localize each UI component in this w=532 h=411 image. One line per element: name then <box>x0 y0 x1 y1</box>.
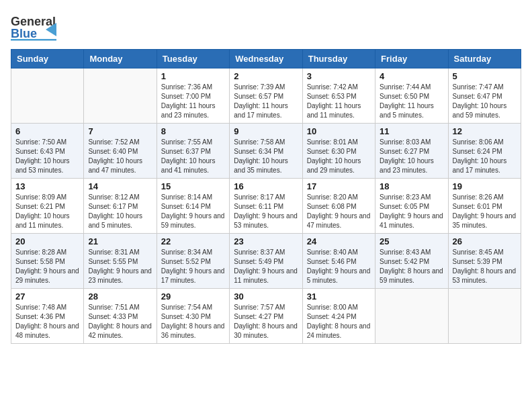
calendar-week-row: 1Sunrise: 7:36 AM Sunset: 7:00 PM Daylig… <box>11 68 521 124</box>
svg-rect-3 <box>11 39 56 41</box>
day-info: Sunrise: 8:01 AM Sunset: 6:30 PM Dayligh… <box>307 138 371 175</box>
calendar-day-cell: 31Sunrise: 8:00 AM Sunset: 4:24 PM Dayli… <box>302 289 375 344</box>
calendar-day-cell: 26Sunrise: 8:45 AM Sunset: 5:39 PM Dayli… <box>448 234 521 289</box>
calendar-day-cell: 8Sunrise: 7:55 AM Sunset: 6:37 PM Daylig… <box>157 124 229 179</box>
day-number: 5 <box>453 71 517 81</box>
day-info: Sunrise: 8:06 AM Sunset: 6:24 PM Dayligh… <box>453 138 517 175</box>
day-info: Sunrise: 7:36 AM Sunset: 7:00 PM Dayligh… <box>161 83 225 120</box>
day-number: 25 <box>380 236 443 246</box>
calendar-day-cell <box>448 289 521 344</box>
day-number: 19 <box>453 181 517 191</box>
calendar-week-row: 20Sunrise: 8:28 AM Sunset: 5:58 PM Dayli… <box>11 234 521 289</box>
day-number: 16 <box>234 181 298 191</box>
day-number: 24 <box>307 236 371 246</box>
day-info: Sunrise: 8:28 AM Sunset: 5:58 PM Dayligh… <box>15 248 79 285</box>
day-info: Sunrise: 8:34 AM Sunset: 5:52 PM Dayligh… <box>161 248 225 285</box>
day-number: 10 <box>307 126 371 136</box>
calendar-header-row: SundayMondayTuesdayWednesdayThursdayFrid… <box>11 50 521 68</box>
day-info: Sunrise: 8:31 AM Sunset: 5:55 PM Dayligh… <box>88 248 152 285</box>
day-info: Sunrise: 8:03 AM Sunset: 6:27 PM Dayligh… <box>380 138 443 175</box>
calendar-day-cell <box>84 68 157 124</box>
calendar-day-cell: 6Sunrise: 7:50 AM Sunset: 6:43 PM Daylig… <box>11 124 84 179</box>
day-info: Sunrise: 8:43 AM Sunset: 5:42 PM Dayligh… <box>380 248 443 285</box>
day-number: 28 <box>88 291 152 302</box>
calendar-day-cell: 1Sunrise: 7:36 AM Sunset: 7:00 PM Daylig… <box>157 68 229 124</box>
day-info: Sunrise: 7:48 AM Sunset: 4:36 PM Dayligh… <box>15 303 79 340</box>
day-info: Sunrise: 8:17 AM Sunset: 6:11 PM Dayligh… <box>234 193 298 230</box>
day-info: Sunrise: 7:50 AM Sunset: 6:43 PM Dayligh… <box>15 138 79 175</box>
day-info: Sunrise: 8:37 AM Sunset: 5:49 PM Dayligh… <box>234 248 298 285</box>
day-number: 13 <box>15 181 79 191</box>
weekday-header-sunday: Sunday <box>11 50 84 68</box>
calendar-day-cell: 22Sunrise: 8:34 AM Sunset: 5:52 PM Dayli… <box>157 234 229 289</box>
calendar-day-cell: 23Sunrise: 8:37 AM Sunset: 5:49 PM Dayli… <box>230 234 302 289</box>
day-number: 20 <box>15 236 79 246</box>
day-number: 3 <box>307 71 371 81</box>
weekday-header-monday: Monday <box>84 50 157 68</box>
day-info: Sunrise: 7:47 AM Sunset: 6:47 PM Dayligh… <box>453 83 517 120</box>
day-info: Sunrise: 7:58 AM Sunset: 6:34 PM Dayligh… <box>234 138 298 175</box>
day-info: Sunrise: 8:12 AM Sunset: 6:17 PM Dayligh… <box>88 193 152 230</box>
weekday-header-wednesday: Wednesday <box>230 50 302 68</box>
calendar-day-cell: 27Sunrise: 7:48 AM Sunset: 4:36 PM Dayli… <box>11 289 84 344</box>
calendar-day-cell: 10Sunrise: 8:01 AM Sunset: 6:30 PM Dayli… <box>302 124 375 179</box>
calendar-day-cell: 9Sunrise: 7:58 AM Sunset: 6:34 PM Daylig… <box>230 124 302 179</box>
calendar-day-cell: 16Sunrise: 8:17 AM Sunset: 6:11 PM Dayli… <box>230 179 302 234</box>
day-number: 8 <box>161 126 225 136</box>
calendar-day-cell: 24Sunrise: 8:40 AM Sunset: 5:46 PM Dayli… <box>302 234 375 289</box>
calendar-day-cell <box>375 289 448 344</box>
day-info: Sunrise: 8:26 AM Sunset: 6:01 PM Dayligh… <box>453 193 517 230</box>
day-number: 30 <box>234 291 298 302</box>
day-number: 31 <box>307 291 371 302</box>
calendar-day-cell: 7Sunrise: 7:52 AM Sunset: 6:40 PM Daylig… <box>84 124 157 179</box>
day-number: 14 <box>88 181 152 191</box>
day-number: 21 <box>88 236 152 246</box>
page-header: General Blue <box>11 11 521 41</box>
day-number: 1 <box>161 71 225 81</box>
weekday-header-tuesday: Tuesday <box>157 50 229 68</box>
day-info: Sunrise: 7:39 AM Sunset: 6:57 PM Dayligh… <box>234 83 298 120</box>
day-info: Sunrise: 7:52 AM Sunset: 6:40 PM Dayligh… <box>88 138 152 175</box>
calendar-week-row: 27Sunrise: 7:48 AM Sunset: 4:36 PM Dayli… <box>11 289 521 344</box>
day-info: Sunrise: 8:40 AM Sunset: 5:46 PM Dayligh… <box>307 248 371 285</box>
calendar-week-row: 13Sunrise: 8:09 AM Sunset: 6:21 PM Dayli… <box>11 179 521 234</box>
day-number: 26 <box>453 236 517 246</box>
calendar-day-cell: 29Sunrise: 7:54 AM Sunset: 4:30 PM Dayli… <box>157 289 229 344</box>
calendar-day-cell: 21Sunrise: 8:31 AM Sunset: 5:55 PM Dayli… <box>84 234 157 289</box>
day-info: Sunrise: 7:42 AM Sunset: 6:53 PM Dayligh… <box>307 83 371 120</box>
day-info: Sunrise: 7:51 AM Sunset: 4:33 PM Dayligh… <box>88 303 152 340</box>
day-number: 22 <box>161 236 225 246</box>
calendar-day-cell: 18Sunrise: 8:23 AM Sunset: 6:05 PM Dayli… <box>375 179 448 234</box>
logo: General Blue <box>11 11 58 41</box>
day-number: 2 <box>234 71 298 81</box>
day-info: Sunrise: 7:57 AM Sunset: 4:27 PM Dayligh… <box>234 303 298 340</box>
calendar-day-cell: 30Sunrise: 7:57 AM Sunset: 4:27 PM Dayli… <box>230 289 302 344</box>
calendar-day-cell: 13Sunrise: 8:09 AM Sunset: 6:21 PM Dayli… <box>11 179 84 234</box>
day-number: 12 <box>453 126 517 136</box>
day-number: 7 <box>88 126 152 136</box>
day-info: Sunrise: 7:44 AM Sunset: 6:50 PM Dayligh… <box>380 83 443 120</box>
weekday-header-thursday: Thursday <box>302 50 375 68</box>
calendar-day-cell: 4Sunrise: 7:44 AM Sunset: 6:50 PM Daylig… <box>375 68 448 124</box>
day-info: Sunrise: 8:23 AM Sunset: 6:05 PM Dayligh… <box>380 193 443 230</box>
day-number: 6 <box>15 126 79 136</box>
calendar-table: SundayMondayTuesdayWednesdayThursdayFrid… <box>11 49 521 344</box>
calendar-day-cell: 28Sunrise: 7:51 AM Sunset: 4:33 PM Dayli… <box>84 289 157 344</box>
day-info: Sunrise: 8:45 AM Sunset: 5:39 PM Dayligh… <box>453 248 517 285</box>
day-number: 4 <box>380 71 443 81</box>
day-number: 29 <box>161 291 225 302</box>
day-info: Sunrise: 7:54 AM Sunset: 4:30 PM Dayligh… <box>161 303 225 340</box>
day-number: 15 <box>161 181 225 191</box>
svg-text:General: General <box>11 15 56 28</box>
calendar-day-cell: 14Sunrise: 8:12 AM Sunset: 6:17 PM Dayli… <box>84 179 157 234</box>
weekday-header-saturday: Saturday <box>448 50 521 68</box>
day-number: 17 <box>307 181 371 191</box>
weekday-header-friday: Friday <box>375 50 448 68</box>
day-info: Sunrise: 7:55 AM Sunset: 6:37 PM Dayligh… <box>161 138 225 175</box>
day-info: Sunrise: 8:14 AM Sunset: 6:14 PM Dayligh… <box>161 193 225 230</box>
calendar-day-cell: 17Sunrise: 8:20 AM Sunset: 6:08 PM Dayli… <box>302 179 375 234</box>
calendar-day-cell: 3Sunrise: 7:42 AM Sunset: 6:53 PM Daylig… <box>302 68 375 124</box>
day-info: Sunrise: 8:00 AM Sunset: 4:24 PM Dayligh… <box>307 303 371 340</box>
day-number: 18 <box>380 181 443 191</box>
calendar-day-cell <box>11 68 84 124</box>
